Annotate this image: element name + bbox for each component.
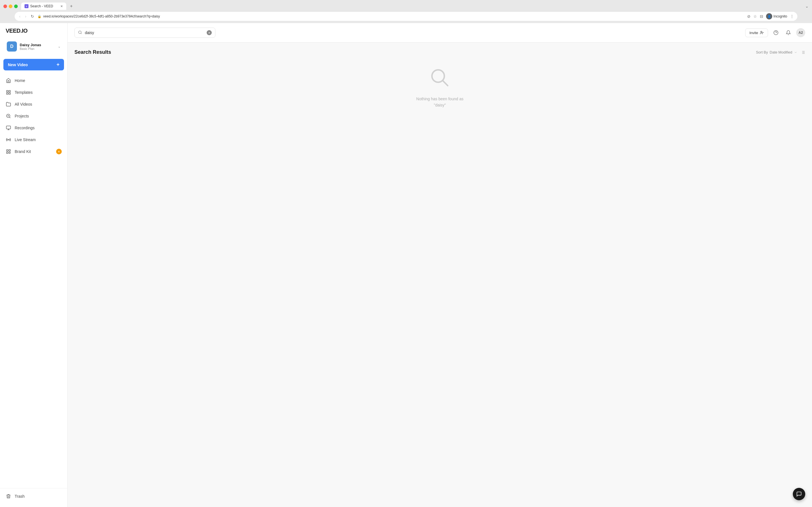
invite-button[interactable]: Invite (745, 29, 768, 37)
sort-label: Sort By (756, 50, 768, 54)
new-video-button[interactable]: New Video + (3, 59, 64, 70)
sidebar-item-label: Live Stream (15, 137, 36, 142)
browser-actions: ⊘ ☆ ⊟ 👤 Incognito ⋮ (747, 13, 794, 19)
incognito-badge[interactable]: 👤 Incognito (766, 13, 787, 19)
svg-rect-2 (6, 93, 8, 94)
svg-rect-8 (6, 126, 11, 129)
toolbar-right: Sort By Date Modified (756, 50, 805, 55)
empty-message: Nothing has been found as "daisy" (416, 96, 463, 108)
new-tab-button[interactable]: + (67, 2, 75, 10)
split-view-icon[interactable]: ⊟ (760, 14, 763, 18)
sidebar-item-projects[interactable]: Projects (2, 110, 65, 122)
address-bar: ‹ › ↻ 🔒 veed.io/workspaces/22ce6d2f-38c5… (15, 12, 797, 21)
user-avatar-header[interactable]: A2 (796, 28, 805, 37)
chat-icon (796, 491, 802, 497)
svg-point-14 (79, 31, 81, 33)
minimize-traffic-light[interactable] (9, 4, 12, 8)
bookmark-icon[interactable]: ☆ (753, 14, 757, 18)
notifications-button[interactable] (784, 28, 793, 37)
content-area: Search Results Sort By Date Modified (68, 43, 812, 507)
tab-bar: V Search - VEED ✕ + ⌄ (3, 2, 809, 10)
help-button[interactable] (771, 28, 780, 37)
camera-off-icon[interactable]: ⊘ (747, 14, 751, 18)
svg-point-13 (9, 152, 10, 154)
header-actions: Invite (745, 28, 805, 37)
brand-kit-icon (6, 149, 11, 154)
invite-label: Invite (749, 31, 758, 35)
projects-icon (6, 113, 11, 119)
svg-rect-1 (9, 91, 10, 92)
sidebar-item-brand-kit[interactable]: Brand Kit + (2, 146, 65, 157)
sidebar-item-trash[interactable]: Trash (2, 491, 65, 502)
svg-rect-0 (6, 91, 8, 92)
svg-line-15 (81, 33, 82, 34)
logo: VEED.IO (0, 27, 67, 39)
sidebar-item-live-stream[interactable]: Live Stream (2, 134, 65, 145)
sidebar: VEED.IO D Daisy Jonas Basic Plan ⌄ New V… (0, 23, 68, 507)
forward-button[interactable]: › (24, 13, 28, 19)
live-stream-icon (6, 137, 11, 143)
sidebar-item-label: All Videos (15, 102, 32, 107)
svg-line-5 (9, 117, 10, 118)
empty-message-line1: Nothing has been found as (416, 97, 463, 101)
all-videos-icon (6, 101, 11, 107)
url-bar[interactable]: 🔒 veed.io/workspaces/22ce6d2f-38c5-4df1-… (38, 14, 745, 18)
svg-rect-3 (9, 93, 10, 94)
sort-value: Date Modified (770, 50, 792, 54)
fullscreen-traffic-light[interactable] (14, 4, 18, 8)
svg-line-28 (443, 80, 448, 86)
svg-rect-12 (6, 150, 8, 151)
tab-favicon: V (24, 4, 29, 8)
incognito-avatar: 👤 (766, 13, 772, 19)
tab-close-button[interactable]: ✕ (60, 4, 63, 8)
svg-point-16 (761, 31, 762, 33)
lock-icon: 🔒 (38, 15, 42, 18)
chevron-down-icon: ⌄ (58, 45, 61, 48)
search-clear-button[interactable]: ✕ (207, 30, 212, 35)
reload-button[interactable]: ↻ (30, 13, 35, 19)
chat-widget[interactable] (793, 488, 805, 500)
upgrade-badge: + (56, 149, 62, 154)
incognito-label: Incognito (773, 14, 787, 18)
tab-overflow-button[interactable]: ⌄ (805, 4, 809, 8)
user-section[interactable]: D Daisy Jonas Basic Plan ⌄ (2, 39, 65, 54)
trash-icon (6, 494, 11, 499)
sidebar-item-label: Templates (15, 90, 33, 95)
more-options-icon[interactable]: ⋮ (790, 14, 794, 18)
content-toolbar: Search Results Sort By Date Modified (74, 49, 805, 55)
view-toggle-button[interactable] (801, 50, 805, 55)
home-icon (6, 78, 11, 83)
search-header: ✕ Invite (68, 23, 812, 43)
close-traffic-light[interactable] (3, 4, 7, 8)
user-initials: A2 (799, 31, 803, 35)
back-button[interactable]: ‹ (18, 13, 22, 19)
browser-tab[interactable]: V Search - VEED ✕ (21, 3, 66, 10)
templates-icon (6, 90, 11, 95)
search-input[interactable] (85, 31, 204, 35)
sidebar-item-recordings[interactable]: Recordings (2, 122, 65, 133)
search-icon (78, 31, 82, 35)
sidebar-bottom: Trash (0, 488, 67, 503)
sort-button[interactable]: Sort By Date Modified (756, 50, 797, 54)
search-bar[interactable]: ✕ (74, 27, 215, 38)
browser-chrome: V Search - VEED ✕ + ⌄ ‹ › ↻ 🔒 veed.io/wo… (0, 0, 812, 23)
avatar: D (7, 41, 17, 52)
nav-items: Home Templates (0, 75, 67, 486)
sidebar-item-all-videos[interactable]: All Videos (2, 99, 65, 110)
tab-title: Search - VEED (30, 4, 53, 8)
main-content: ✕ Invite (68, 23, 812, 507)
empty-message-line2: "daisy" (434, 103, 446, 107)
url-text: veed.io/workspaces/22ce6d2f-38c5-4df1-a8… (43, 14, 160, 18)
sidebar-item-templates[interactable]: Templates (2, 87, 65, 98)
sidebar-item-home[interactable]: Home (2, 75, 65, 86)
user-plan: Basic Plan (20, 47, 55, 50)
sidebar-item-label: Trash (15, 494, 24, 499)
page-title: Search Results (74, 49, 111, 55)
sidebar-item-label: Projects (15, 114, 29, 118)
empty-search-icon (428, 66, 451, 89)
user-info: Daisy Jonas Basic Plan (20, 43, 55, 50)
recordings-icon (6, 125, 11, 131)
sidebar-item-label: Brand Kit (15, 149, 31, 154)
sidebar-item-label: Recordings (15, 126, 35, 130)
new-video-label: New Video (8, 62, 28, 67)
